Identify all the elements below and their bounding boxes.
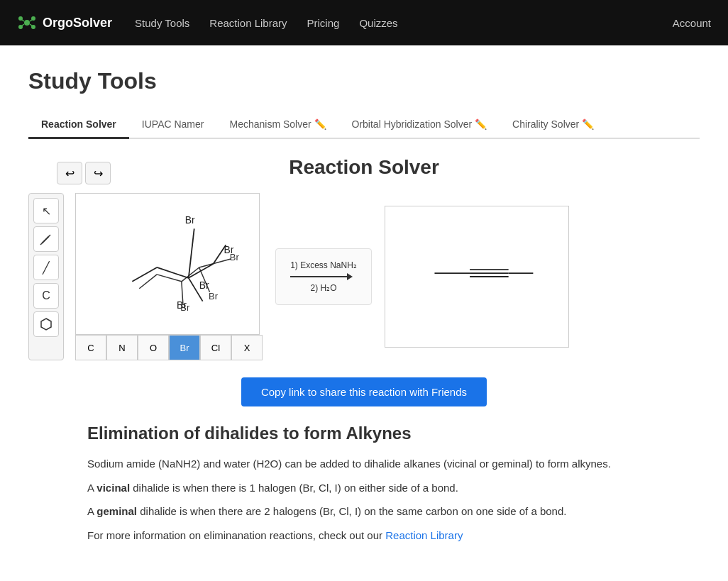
tab-orbital-hybridization[interactable]: Orbital Hybridization Solver ✏️ — [339, 111, 500, 139]
nav-links: Study Tools Reaction Library Pricing Qui… — [135, 17, 673, 29]
element-bar: C N O Br Cl X — [75, 335, 263, 360]
nav-study-tools[interactable]: Study Tools — [135, 17, 189, 29]
page-title: Study Tools — [28, 68, 700, 94]
product-canvas[interactable] — [385, 206, 569, 348]
arrow-body — [290, 276, 347, 277]
page-content: Study Tools Reaction Solver IUPAC Namer … — [0, 45, 728, 572]
svg-point-0 — [24, 20, 30, 26]
svg-line-5 — [22, 20, 25, 22]
nav-quizzes[interactable]: Quizzes — [359, 17, 397, 29]
nav-reaction-library[interactable]: Reaction Library — [209, 17, 287, 29]
geminal-bold: geminal — [96, 505, 137, 517]
nav-pricing[interactable]: Pricing — [307, 17, 340, 29]
ring-icon — [39, 317, 53, 331]
reagent-step2: 2) H₂O — [290, 283, 357, 293]
tab-mechanism-solver[interactable]: Mechanism Solver ✏️ — [216, 111, 338, 139]
product-drawing — [385, 206, 568, 347]
molecule-canvas-wrapper: Br Br Br — [75, 193, 263, 360]
account-link[interactable]: Account — [673, 17, 711, 29]
left-tool-panel: ↖ ╱ C — [28, 193, 64, 360]
para4-prefix: For more information on eliminanation re… — [87, 529, 385, 541]
element-X[interactable]: X — [231, 335, 263, 360]
svg-line-26 — [132, 267, 157, 282]
solver-title: Reaction Solver — [28, 156, 700, 179]
arrow-line — [290, 273, 357, 280]
svg-line-6 — [30, 20, 33, 22]
redo-button[interactable]: ↪ — [85, 162, 111, 184]
copy-btn-row: Copy link to share this reaction with Fr… — [28, 377, 700, 406]
undo-button[interactable]: ↩ — [57, 162, 82, 184]
select-tool-button[interactable]: ↖ — [33, 198, 59, 223]
tab-chirality-solver[interactable]: Chirality Solver ✏️ — [500, 111, 607, 139]
molecule-overlay: Br Br Br Br — [76, 194, 259, 334]
vicinal-bold: vicinal — [96, 482, 130, 494]
description-para4: For more information on eliminanation re… — [87, 526, 641, 545]
element-Br[interactable]: Br — [169, 335, 200, 360]
svg-marker-12 — [41, 319, 51, 330]
element-C[interactable]: C — [75, 335, 106, 360]
svg-line-27 — [157, 267, 189, 278]
element-Cl[interactable]: Cl — [200, 335, 231, 360]
brand-name: OrgoSolver — [43, 16, 112, 31]
tool-row: ↖ ╱ C — [28, 193, 700, 360]
tab-iupac-namer[interactable]: IUPAC Namer — [129, 111, 217, 139]
molecule-icon — [17, 13, 37, 33]
para3-suffix: dihalide is when there are 2 halogens (B… — [140, 505, 566, 517]
draw-tool-button[interactable] — [33, 226, 59, 252]
element-N[interactable]: N — [106, 335, 138, 360]
svg-text:Br: Br — [177, 299, 187, 311]
tabs-bar: Reaction Solver IUPAC Namer Mechanism So… — [28, 111, 700, 139]
svg-line-8 — [30, 24, 33, 26]
description-para3: A geminal dihalide is when there are 2 h… — [87, 502, 641, 521]
arrow-box: 1) Excess NaNH₂ 2) H₂O — [275, 248, 372, 305]
description-para1: Sodium amide (NaNH2) and water (H2O) can… — [87, 455, 641, 473]
carbon-tool-button[interactable]: C — [33, 283, 59, 309]
svg-line-7 — [22, 24, 25, 26]
reagent-step1: 1) Excess NaNH₂ — [290, 260, 357, 270]
svg-line-9 — [42, 236, 49, 243]
brand-logo[interactable]: OrgoSolver — [17, 13, 112, 33]
draw-icon — [40, 233, 53, 245]
reaction-heading: Elimination of dihalides to form Alkynes — [87, 424, 641, 443]
copy-link-button[interactable]: Copy link to share this reaction with Fr… — [241, 377, 487, 406]
svg-line-28 — [189, 264, 214, 278]
molecule-canvas[interactable]: Br Br Br — [75, 193, 260, 335]
svg-line-11 — [40, 243, 42, 245]
tab-reaction-solver[interactable]: Reaction Solver — [28, 111, 129, 139]
reaction-library-link[interactable]: Reaction Library — [385, 529, 463, 541]
undo-redo-bar: ↩ ↪ — [57, 162, 111, 184]
para2-suffix: dihalide is when there is 1 halogen (Br,… — [133, 482, 458, 494]
reaction-description: Elimination of dihalides to form Alkynes… — [87, 424, 641, 544]
svg-text:Br: Br — [185, 214, 195, 226]
bond-tool-button[interactable]: ╱ — [33, 255, 59, 280]
arrow-head — [347, 273, 353, 280]
navbar: OrgoSolver Study Tools Reaction Library … — [0, 0, 728, 45]
svg-line-29 — [189, 228, 194, 277]
element-O[interactable]: O — [138, 335, 169, 360]
svg-line-10 — [49, 235, 50, 236]
reaction-arrow-area: 1) Excess NaNH₂ 2) H₂O — [274, 248, 373, 305]
description-para2: A vicinal dihalide is when there is 1 ha… — [87, 479, 641, 497]
ring-tool-button[interactable] — [33, 311, 59, 337]
svg-text:Br: Br — [199, 280, 209, 291]
